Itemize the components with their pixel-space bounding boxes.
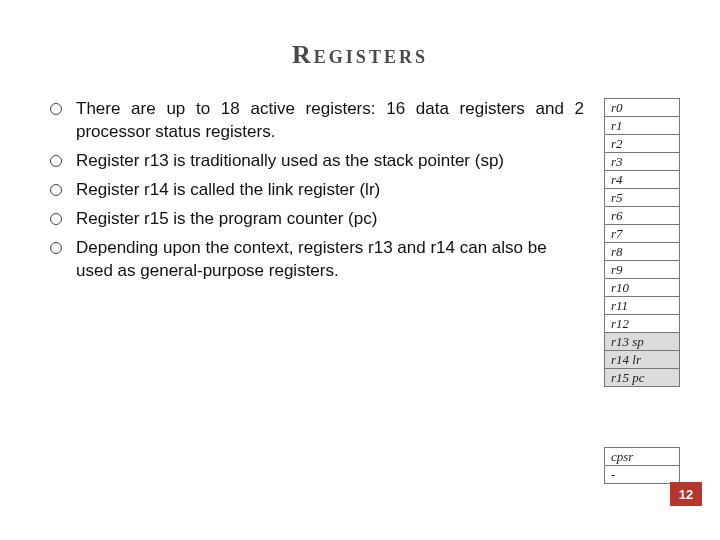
register-row: r1 xyxy=(605,117,680,135)
register-row: cpsr xyxy=(605,448,680,466)
slide-title: Registers xyxy=(40,40,680,70)
register-cell: r7 xyxy=(605,225,680,243)
register-row: r4 xyxy=(605,171,680,189)
bullet-item: There are up to 18 active registers: 16 … xyxy=(50,98,584,144)
register-row: r7 xyxy=(605,225,680,243)
register-cell: r10 xyxy=(605,279,680,297)
register-row: r3 xyxy=(605,153,680,171)
register-row: r14 lr xyxy=(605,351,680,369)
bullet-item: Register r15 is the program counter (pc) xyxy=(50,208,584,231)
status-register-cell: - xyxy=(605,466,680,484)
register-cell: r3 xyxy=(605,153,680,171)
register-cell: r12 xyxy=(605,315,680,333)
register-table: r0 r1 r2 r3 r4 r5 r6 r7 r8 r9 r10 r11 r1… xyxy=(604,98,680,387)
register-row: r5 xyxy=(605,189,680,207)
register-cell: r5 xyxy=(605,189,680,207)
bullet-item: Register r14 is called the link register… xyxy=(50,179,584,202)
register-cell: r14 lr xyxy=(605,351,680,369)
bullet-item: Depending upon the context, registers r1… xyxy=(50,237,584,283)
register-cell: r0 xyxy=(605,99,680,117)
register-row: r12 xyxy=(605,315,680,333)
bullet-list: There are up to 18 active registers: 16 … xyxy=(40,98,584,289)
register-row: r2 xyxy=(605,135,680,153)
register-cell: r8 xyxy=(605,243,680,261)
register-cell: r15 pc xyxy=(605,369,680,387)
register-row: r10 xyxy=(605,279,680,297)
register-cell: r2 xyxy=(605,135,680,153)
register-row: - xyxy=(605,466,680,484)
bullet-item: Register r13 is traditionally used as th… xyxy=(50,150,584,173)
register-cell: r6 xyxy=(605,207,680,225)
register-row: r9 xyxy=(605,261,680,279)
register-cell: r4 xyxy=(605,171,680,189)
register-cell: r1 xyxy=(605,117,680,135)
register-row: r6 xyxy=(605,207,680,225)
register-column: r0 r1 r2 r3 r4 r5 r6 r7 r8 r9 r10 r11 r1… xyxy=(604,98,680,484)
page-number-badge: 12 xyxy=(670,482,702,506)
register-row: r0 xyxy=(605,99,680,117)
register-row: r15 pc xyxy=(605,369,680,387)
register-row: r11 xyxy=(605,297,680,315)
content-row: There are up to 18 active registers: 16 … xyxy=(40,98,680,484)
register-row: r13 sp xyxy=(605,333,680,351)
status-register-table: cpsr - xyxy=(604,447,680,484)
register-gap xyxy=(604,387,680,447)
register-cell: r11 xyxy=(605,297,680,315)
status-register-cell: cpsr xyxy=(605,448,680,466)
register-row: r8 xyxy=(605,243,680,261)
register-cell: r13 sp xyxy=(605,333,680,351)
slide: Registers There are up to 18 active regi… xyxy=(0,0,720,540)
register-cell: r9 xyxy=(605,261,680,279)
